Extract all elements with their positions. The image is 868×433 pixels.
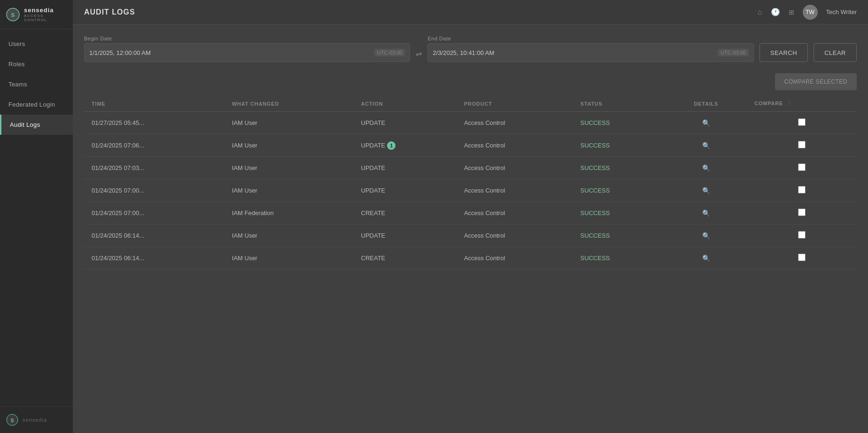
col-header-details: DETAILS (665, 96, 747, 112)
logo-sub: ACCESS CONTROL (24, 14, 67, 22)
details-search-icon[interactable]: 🔍 (702, 119, 710, 127)
col-header-product: PRODUCT (457, 96, 573, 112)
svg-text:S: S (11, 418, 14, 423)
main-content: AUDIT LOGS ⌂ 🕐 ⊞ TW Tech Writer Begin Da… (73, 0, 868, 433)
table-row: 01/24/2025 06:14...IAM UserUPDATEAccess … (84, 224, 857, 247)
grid-icon[interactable]: ⊞ (789, 8, 794, 16)
cell-what-changed: IAM Federation (225, 202, 354, 224)
compare-checkbox[interactable] (798, 163, 806, 171)
end-date-field: End Date UTC-03:00 (427, 36, 753, 62)
table-row: 01/27/2025 05:45...IAM UserUPDATEAccess … (84, 112, 857, 134)
compare-selected-button[interactable]: COMPARE SELECTED (775, 73, 857, 90)
cell-product: Access Control (457, 134, 573, 157)
clear-button[interactable]: CLEAR (814, 43, 857, 62)
col-header-action: ACTION (354, 96, 457, 112)
cell-action: UPDATE (354, 224, 457, 247)
cell-compare (747, 179, 857, 202)
cell-action: CREATE (354, 247, 457, 270)
cell-details: 🔍 (665, 157, 747, 179)
cell-what-changed: IAM User (225, 157, 354, 179)
details-search-icon[interactable]: 🔍 (702, 164, 710, 172)
end-date-input-wrapper[interactable]: UTC-03:00 (427, 43, 753, 62)
filter-row: Begin Date UTC-03:00 ⇌ End Date UTC-03:0… (84, 36, 857, 62)
cell-compare (747, 157, 857, 179)
begin-date-input[interactable] (89, 49, 371, 56)
table-row: 01/24/2025 07:00...IAM UserUPDATEAccess … (84, 179, 857, 202)
filter-divider-icon: ⇌ (416, 49, 422, 62)
user-name: Tech Writer (826, 8, 857, 15)
sidebar-item-users[interactable]: Users (0, 34, 73, 54)
cell-status: SUCCESS (573, 224, 666, 247)
logo-name: sensedia (24, 7, 67, 14)
search-button[interactable]: SEARCH (760, 43, 808, 62)
begin-date-field: Begin Date UTC-03:00 (84, 36, 410, 62)
clock-icon[interactable]: 🕐 (771, 8, 780, 16)
cell-details: 🔍 (665, 202, 747, 224)
home-icon[interactable]: ⌂ (758, 8, 762, 16)
details-search-icon[interactable]: 🔍 (702, 255, 710, 262)
sidebar-item-audit-logs[interactable]: Audit Logs (0, 115, 73, 135)
cell-product: Access Control (457, 179, 573, 202)
table-container: TIME WHAT CHANGED ACTION PRODUCT STATUS … (84, 96, 857, 270)
cell-time: 01/27/2025 05:45... (84, 112, 225, 134)
sidebar-item-teams[interactable]: Teams (0, 74, 73, 94)
avatar: TW (803, 5, 818, 20)
table-row: 01/24/2025 07:06...IAM UserUPDATE1Access… (84, 134, 857, 157)
svg-text:S: S (11, 11, 15, 17)
details-search-icon[interactable]: 🔍 (702, 232, 710, 240)
col-header-time: TIME (84, 96, 225, 112)
compare-checkbox[interactable] (798, 254, 806, 261)
sidebar: S sensedia ACCESS CONTROL Users Roles Te… (0, 0, 73, 433)
begin-date-input-wrapper[interactable]: UTC-03:00 (84, 43, 410, 62)
cell-product: Access Control (457, 202, 573, 224)
end-date-input[interactable] (433, 49, 714, 56)
cell-status: SUCCESS (573, 202, 666, 224)
cell-time: 01/24/2025 07:00... (84, 202, 225, 224)
cell-status: SUCCESS (573, 157, 666, 179)
cell-time: 01/24/2025 06:14... (84, 224, 225, 247)
content-area: Begin Date UTC-03:00 ⇌ End Date UTC-03:0… (73, 24, 868, 433)
compare-checkbox[interactable] (798, 186, 806, 193)
col-header-status: STATUS (573, 96, 666, 112)
cell-product: Access Control (457, 157, 573, 179)
cell-status: SUCCESS (573, 247, 666, 270)
compare-checkbox[interactable] (798, 231, 806, 239)
topbar: AUDIT LOGS ⌂ 🕐 ⊞ TW Tech Writer (73, 0, 868, 24)
sidebar-item-roles[interactable]: Roles (0, 54, 73, 74)
cell-details: 🔍 (665, 112, 747, 134)
cell-compare (747, 134, 857, 157)
col-header-compare: COMPARE ⋮ (747, 96, 857, 112)
compare-menu-icon[interactable]: ⋮ (787, 101, 792, 106)
cell-action: UPDATE (354, 112, 457, 134)
cell-what-changed: IAM User (225, 224, 354, 247)
details-search-icon[interactable]: 🔍 (702, 209, 710, 217)
cell-action: UPDATE (354, 157, 457, 179)
cell-time: 01/24/2025 06:14... (84, 247, 225, 270)
table-row: 01/24/2025 07:03...IAM UserUPDATEAccess … (84, 157, 857, 179)
details-search-icon[interactable]: 🔍 (702, 187, 710, 194)
compare-checkbox[interactable] (798, 141, 806, 148)
cell-details: 🔍 (665, 247, 747, 270)
cell-status: SUCCESS (573, 112, 666, 134)
end-timezone-badge: UTC-03:00 (718, 49, 749, 56)
cell-time: 01/24/2025 07:06... (84, 134, 225, 157)
topbar-icons: ⌂ 🕐 ⊞ TW Tech Writer (758, 5, 857, 20)
cell-details: 🔍 (665, 224, 747, 247)
sidebar-item-federated-login[interactable]: Federated Login (0, 94, 73, 115)
table-row: 01/24/2025 06:14...IAM UserCREATEAccess … (84, 247, 857, 270)
cell-details: 🔍 (665, 179, 747, 202)
table-header-row: TIME WHAT CHANGED ACTION PRODUCT STATUS … (84, 96, 857, 112)
cell-what-changed: IAM User (225, 112, 354, 134)
cell-time: 01/24/2025 07:03... (84, 157, 225, 179)
compare-checkbox[interactable] (798, 118, 806, 126)
compare-checkbox[interactable] (798, 209, 806, 216)
sensedia-logo-icon: S (6, 7, 20, 22)
cell-product: Access Control (457, 247, 573, 270)
sidebar-bottom-label: sensedia (23, 417, 47, 423)
cell-what-changed: IAM User (225, 179, 354, 202)
details-search-icon[interactable]: 🔍 (702, 142, 710, 149)
cell-status: SUCCESS (573, 134, 666, 157)
audit-logs-table: TIME WHAT CHANGED ACTION PRODUCT STATUS … (84, 96, 857, 270)
sidebar-bottom: S sensedia (0, 406, 73, 433)
sensedia-bottom-logo-icon: S (6, 413, 19, 426)
